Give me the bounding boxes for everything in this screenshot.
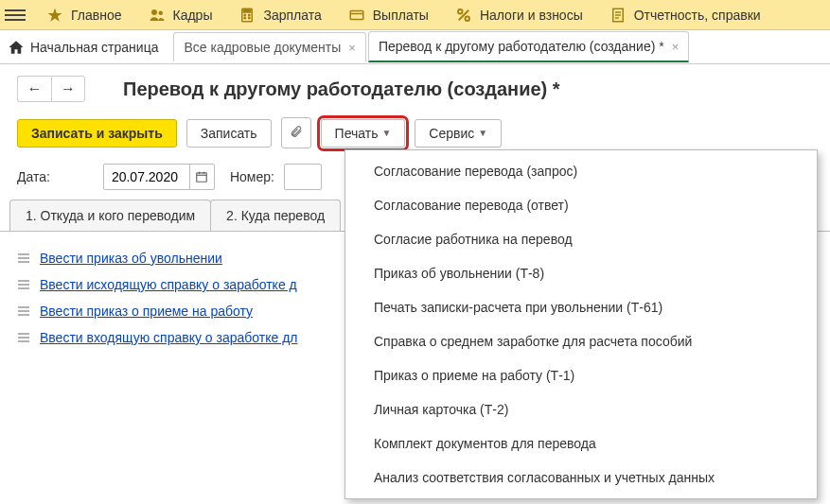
number-input[interactable]: [284, 164, 322, 190]
print-button[interactable]: Печать ▼: [321, 119, 406, 148]
print-menu-item[interactable]: Приказ о приеме на работу (Т-1): [345, 358, 817, 392]
svg-point-10: [458, 9, 463, 14]
print-menu-item[interactable]: Справка о среднем заработке для расчета …: [345, 324, 817, 358]
svg-point-11: [465, 16, 469, 21]
print-menu-item[interactable]: Личная карточка (Т-2): [345, 392, 817, 426]
topmenu-label: Отчетность, справки: [634, 8, 761, 23]
back-button[interactable]: ←: [17, 76, 51, 102]
home-icon[interactable]: [8, 39, 25, 56]
date-input[interactable]: [104, 165, 189, 188]
close-icon[interactable]: ×: [348, 41, 356, 55]
topmenu-main[interactable]: Главное: [33, 0, 135, 30]
list-icon: [17, 333, 30, 342]
document-icon: [609, 7, 627, 24]
print-dropdown-menu: Согласование перевода (запрос) Согласова…: [344, 149, 818, 499]
nav-group: ← →: [17, 76, 85, 102]
calculator-icon: [238, 7, 256, 24]
date-input-wrap: [103, 164, 215, 190]
link-dismissal-order[interactable]: Ввести приказ об увольнении: [40, 251, 222, 266]
tab-bar: Начальная страница Все кадровые документ…: [0, 30, 830, 64]
save-button[interactable]: Записать: [186, 119, 272, 148]
print-menu-item[interactable]: Согласование перевода (ответ): [345, 188, 817, 222]
print-menu-item[interactable]: Печать записки-расчета при увольнении (Т…: [345, 290, 817, 324]
star-icon: [46, 7, 63, 24]
link-hiring-order[interactable]: Ввести приказ о приеме на работу: [40, 304, 253, 319]
service-label: Сервис: [429, 126, 474, 141]
people-icon: [149, 7, 166, 24]
forward-button[interactable]: →: [51, 76, 85, 102]
print-menu-item[interactable]: Согласование перевода (запрос): [345, 154, 817, 188]
content-tab-to[interactable]: 2. Куда перевод: [210, 200, 341, 231]
print-menu-item[interactable]: Анализ соответствия согласованных и учет…: [345, 461, 817, 495]
topmenu-staff[interactable]: Кадры: [135, 0, 226, 30]
svg-point-6: [244, 17, 246, 19]
hamburger-icon[interactable]: [5, 5, 26, 26]
tab-label: Все кадровые документы: [184, 40, 341, 55]
print-menu-item[interactable]: Комплект документов для перевода: [345, 426, 817, 461]
topmenu-reports[interactable]: Отчетность, справки: [596, 0, 774, 30]
svg-point-0: [151, 9, 157, 15]
start-page-label[interactable]: Начальная страница: [30, 40, 173, 55]
svg-rect-8: [350, 10, 363, 19]
paperclip-icon: [290, 124, 303, 142]
svg-line-12: [459, 9, 469, 20]
list-icon: [17, 306, 30, 316]
svg-point-4: [244, 14, 246, 16]
attach-button[interactable]: [281, 117, 311, 148]
page-title: Перевод к другому работодателю (создание…: [123, 78, 560, 100]
top-menu-bar: Главное Кадры Зарплата Выплаты Налоги и …: [0, 0, 830, 30]
service-button[interactable]: Сервис ▼: [415, 119, 502, 148]
topmenu-label: Налоги и взносы: [480, 8, 583, 23]
link-outgoing-cert[interactable]: Ввести исходящую справку о заработке д: [40, 277, 297, 292]
tab-all-docs[interactable]: Все кадровые документы ×: [173, 32, 365, 61]
svg-point-5: [249, 14, 251, 16]
list-icon: [17, 280, 30, 289]
toolbar: Записать и закрыть Записать Печать ▼ Сер…: [0, 108, 830, 158]
topmenu-label: Зарплата: [263, 8, 321, 23]
topmenu-label: Выплаты: [373, 8, 429, 23]
chevron-down-icon: ▼: [478, 128, 487, 138]
print-menu-item[interactable]: Приказ об увольнении (Т-8): [345, 256, 817, 290]
tab-label: Перевод к другому работодателю (создание…: [379, 39, 664, 54]
percent-icon: [455, 7, 472, 24]
chevron-down-icon: ▼: [381, 128, 391, 138]
card-icon: [348, 7, 365, 24]
topmenu-taxes[interactable]: Налоги и взносы: [442, 0, 596, 30]
number-label: Номер:: [230, 169, 274, 184]
list-icon: [17, 253, 30, 263]
svg-point-1: [158, 10, 163, 15]
content-tab-from[interactable]: 1. Откуда и кого переводим: [9, 200, 211, 231]
topmenu-label: Главное: [71, 8, 122, 23]
close-icon[interactable]: ×: [672, 40, 680, 54]
svg-rect-3: [244, 9, 252, 11]
save-close-button[interactable]: Записать и закрыть: [17, 119, 177, 148]
topmenu-payments[interactable]: Выплаты: [335, 0, 442, 30]
topmenu-salary[interactable]: Зарплата: [225, 0, 334, 30]
calendar-icon[interactable]: [189, 165, 214, 189]
svg-point-7: [249, 17, 251, 19]
svg-rect-17: [197, 173, 207, 182]
nav-row: ← → Перевод к другому работодателю (созд…: [0, 64, 830, 108]
date-label: Дата:: [17, 169, 50, 184]
tab-transfer[interactable]: Перевод к другому работодателю (создание…: [368, 31, 689, 62]
topmenu-label: Кадры: [173, 8, 213, 23]
print-menu-item[interactable]: Согласие работника на перевод: [345, 222, 817, 256]
link-incoming-cert[interactable]: Ввести входящую справку о заработке дл: [40, 330, 298, 345]
print-label: Печать: [335, 126, 379, 141]
